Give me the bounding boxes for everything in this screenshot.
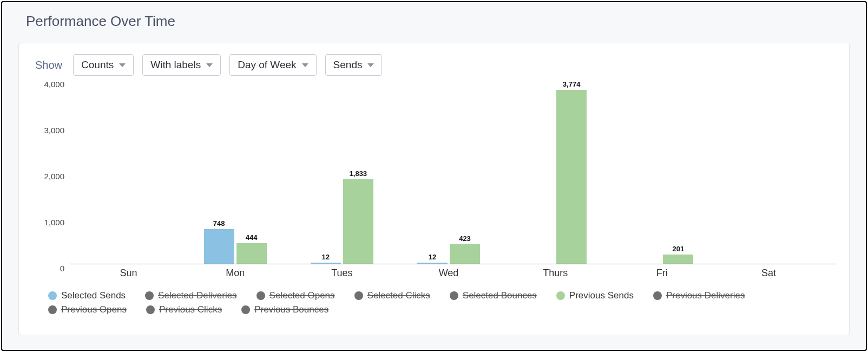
- legend-item[interactable]: Previous Clicks: [146, 304, 222, 315]
- legend-item[interactable]: Previous Sends: [556, 290, 634, 301]
- legend-item[interactable]: Selected Opens: [257, 290, 335, 301]
- legend-label: Selected Bounces: [463, 290, 537, 301]
- bar-value-label: 748: [213, 219, 225, 227]
- bar-selected-sends[interactable]: 12: [417, 263, 448, 264]
- metric-select-value: Sends: [333, 59, 363, 71]
- chart-card: Show Counts With labels Day of Week Send…: [18, 43, 850, 335]
- chart: 01,0002,0003,0004,000748444121,833124233…: [70, 80, 836, 284]
- chart-plot: 01,0002,0003,0004,000748444121,833124233…: [70, 80, 836, 264]
- x-tick-label: Wed: [439, 268, 459, 279]
- bar-value-label: 12: [322, 253, 330, 261]
- bar-group: 201: [613, 80, 711, 264]
- chevron-down-icon: [302, 63, 308, 67]
- x-tick-label: Sat: [761, 268, 776, 279]
- legend-label: Previous Sends: [569, 290, 634, 301]
- chevron-down-icon: [206, 63, 213, 67]
- chart-controls: Show Counts With labels Day of Week Send…: [32, 54, 836, 76]
- granularity-select[interactable]: Day of Week: [229, 54, 316, 76]
- legend-item[interactable]: Selected Deliveries: [145, 290, 237, 301]
- legend-swatch-icon: [653, 291, 662, 300]
- y-tick-label: 0: [32, 264, 64, 273]
- legend-swatch-icon: [556, 291, 565, 300]
- legend-swatch-icon: [257, 291, 265, 300]
- bar-previous-sends[interactable]: 1,833: [343, 179, 373, 264]
- legend-label: Selected Clicks: [367, 290, 430, 301]
- x-tick-label: Mon: [226, 268, 245, 279]
- bar-value-label: 423: [459, 234, 471, 243]
- chevron-down-icon: [119, 63, 126, 67]
- bar-value-label: 3,774: [563, 80, 581, 88]
- legend-label: Selected Sends: [61, 290, 126, 301]
- granularity-select-value: Day of Week: [238, 59, 296, 71]
- bar-group: 3,774: [507, 80, 604, 264]
- legend-swatch-icon: [146, 305, 155, 314]
- labels-select[interactable]: With labels: [142, 54, 221, 76]
- bar-group: 121,833: [293, 80, 391, 264]
- bar-previous-sends[interactable]: 3,774: [556, 90, 587, 264]
- bar-value-label: 444: [246, 233, 258, 242]
- x-tick-label: Fri: [656, 268, 668, 279]
- legend-item[interactable]: Previous Bounces: [241, 304, 328, 315]
- legend-item[interactable]: Selected Sends: [48, 290, 126, 301]
- chart-legend: Selected SendsSelected DeliveriesSelecte…: [32, 290, 790, 315]
- x-tick-label: Tues: [331, 268, 352, 279]
- y-tick-label: 2,000: [32, 172, 64, 181]
- legend-swatch-icon: [48, 291, 57, 300]
- legend-swatch-icon: [241, 305, 250, 314]
- y-tick-label: 3,000: [32, 126, 64, 135]
- show-label: Show: [35, 59, 62, 71]
- x-tick-label: Sun: [120, 268, 137, 279]
- legend-swatch-icon: [145, 291, 154, 300]
- legend-label: Selected Deliveries: [158, 290, 237, 301]
- bar-value-label: 12: [429, 253, 436, 261]
- x-tick-label: Thurs: [543, 268, 568, 279]
- legend-item[interactable]: Selected Bounces: [450, 290, 537, 301]
- bar-group: [720, 80, 817, 264]
- y-tick-label: 1,000: [32, 218, 64, 227]
- legend-item[interactable]: Selected Clicks: [354, 290, 430, 301]
- bar-previous-sends[interactable]: 444: [236, 243, 267, 264]
- chart-x-axis: SunMonTuesWedThursFriSat: [70, 264, 836, 284]
- legend-swatch-icon: [450, 291, 458, 300]
- metric-select[interactable]: Sends: [325, 54, 383, 76]
- bar-group: 748444: [187, 80, 284, 264]
- page-title: Performance Over Time: [26, 13, 850, 30]
- mode-select[interactable]: Counts: [73, 54, 134, 76]
- bar-value-label: 1,833: [350, 170, 367, 178]
- bar-selected-sends[interactable]: 12: [311, 263, 341, 264]
- bar-selected-sends[interactable]: 748: [204, 229, 234, 264]
- legend-swatch-icon: [354, 291, 363, 300]
- chevron-down-icon: [367, 63, 374, 67]
- legend-item[interactable]: Previous Opens: [48, 304, 127, 315]
- legend-label: Previous Opens: [61, 304, 127, 315]
- legend-label: Previous Bounces: [254, 304, 328, 315]
- mode-select-value: Counts: [81, 59, 114, 71]
- legend-label: Previous Clicks: [159, 304, 222, 315]
- bar-group: [80, 80, 177, 264]
- y-tick-label: 4,000: [32, 80, 64, 89]
- bar-previous-sends[interactable]: 423: [450, 244, 480, 264]
- bar-previous-sends[interactable]: 201: [663, 255, 693, 264]
- legend-label: Selected Opens: [269, 290, 335, 301]
- labels-select-value: With labels: [150, 59, 201, 71]
- legend-swatch-icon: [48, 305, 57, 314]
- legend-label: Previous Deliveries: [666, 290, 745, 301]
- legend-item[interactable]: Previous Deliveries: [653, 290, 745, 301]
- bar-value-label: 201: [672, 245, 684, 253]
- bar-group: 12423: [400, 80, 497, 264]
